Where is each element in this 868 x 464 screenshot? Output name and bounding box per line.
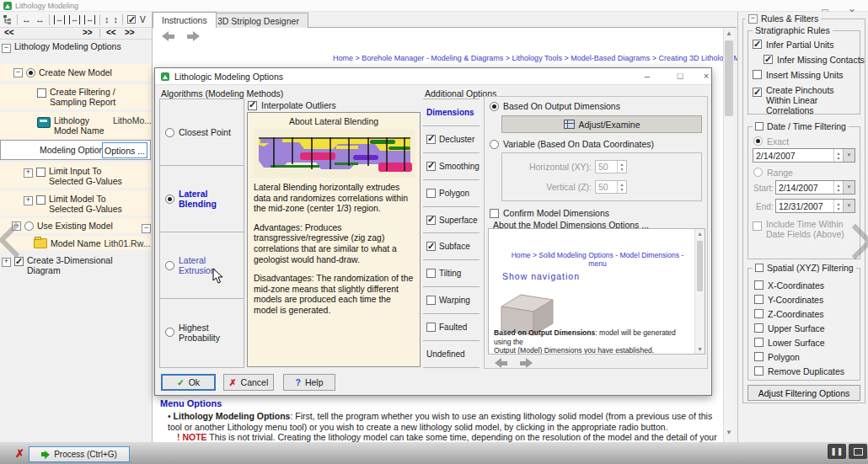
x-coordinates-row[interactable]: X-Coordinates xyxy=(754,280,824,291)
closest-point-radio[interactable] xyxy=(165,128,174,137)
tilting-checkbox[interactable] xyxy=(426,269,436,278)
spatial-filtering-checkbox[interactable] xyxy=(755,264,764,272)
warping-checkbox[interactable] xyxy=(426,296,436,305)
ok-button[interactable]: ✓ Ok xyxy=(161,374,216,391)
z-coordinates-row[interactable]: Z-Coordinates xyxy=(754,309,824,319)
create-3d-checkbox[interactable] xyxy=(14,257,24,266)
infer-partial-checkbox[interactable] xyxy=(753,40,762,49)
create-filtering-checkbox[interactable] xyxy=(37,88,46,98)
pause-icon[interactable]: ❚❚ xyxy=(828,444,846,459)
collapse-icon[interactable] xyxy=(13,68,23,77)
expand-icon[interactable] xyxy=(2,258,11,267)
prev-page-button[interactable]: << xyxy=(106,28,116,37)
infer-partial-units-row[interactable]: Infer Partial Units xyxy=(753,40,834,50)
faulted-checkbox[interactable] xyxy=(426,323,436,332)
variable-radio[interactable] xyxy=(490,140,499,149)
tree-node-create-3d[interactable]: Create 3-Dimensional Diagram xyxy=(0,253,152,278)
interpolate-outliers-row[interactable]: Interpolate Outliers xyxy=(248,100,336,110)
shrink-height-icon[interactable]: ↕ xyxy=(114,15,119,24)
cancel-process-icon[interactable]: ✗ xyxy=(15,447,24,460)
confirm-dimensions-checkbox[interactable] xyxy=(490,209,499,218)
spinner-icon[interactable]: ▲▼ xyxy=(833,200,843,212)
polygon-filter-checkbox[interactable] xyxy=(754,352,764,361)
range-radio[interactable] xyxy=(753,168,763,177)
stretch-columns-icon[interactable]: ↔ xyxy=(84,15,95,24)
x-coordinates-checkbox[interactable] xyxy=(754,280,764,290)
modeling-options-button[interactable]: Options ... xyxy=(102,142,147,158)
pinchouts-checkbox[interactable] xyxy=(753,88,762,97)
expand-height-icon[interactable]: ↕ xyxy=(104,15,110,24)
algorithm-closest-point[interactable]: Closest Point xyxy=(160,99,244,166)
tab-tilting[interactable]: Tilting xyxy=(423,260,480,287)
create-pinchouts-row[interactable]: Create Pinchouts Within Linear Correlati… xyxy=(753,85,858,115)
use-existing-radio[interactable] xyxy=(24,221,34,231)
scroll-up-icon[interactable]: ▲ xyxy=(724,29,734,39)
y-coordinates-row[interactable]: Y-Coordinates xyxy=(754,295,823,305)
superface-checkbox[interactable] xyxy=(426,216,436,225)
process-button[interactable]: Process (Ctrl+G) xyxy=(29,446,130,462)
expand-all-button[interactable]: >> xyxy=(83,28,93,37)
exact-radio-row[interactable]: Exact xyxy=(753,136,789,147)
tab-striplog-designer[interactable]: 3D Striplog Designer xyxy=(208,13,308,28)
based-on-output-row[interactable]: Based On Output Dimensions xyxy=(490,101,620,111)
model-name-value[interactable]: LithoMo... xyxy=(113,115,152,125)
dialog-maximize-button[interactable]: □ xyxy=(672,71,689,81)
tab-decluster[interactable]: Decluster xyxy=(423,126,480,153)
back-arrow-icon[interactable] xyxy=(162,31,174,41)
tab-polygon[interactable]: Polygon xyxy=(423,180,480,207)
existing-model-value[interactable]: Lith01.Rw... xyxy=(104,238,151,248)
expand-icon[interactable] xyxy=(24,168,33,178)
lower-surface-checkbox[interactable] xyxy=(754,338,764,347)
calendar-dropdown-icon[interactable]: ▼ xyxy=(843,181,855,194)
infer-missing-checkbox[interactable] xyxy=(764,55,773,64)
tab-instructions[interactable]: Instructions xyxy=(153,12,217,28)
visible-checkbox[interactable] xyxy=(127,15,136,24)
spinner-icon[interactable]: ▲▼ xyxy=(833,149,843,162)
adjust-filtering-button[interactable]: Adjust Filtering Options xyxy=(747,385,860,401)
tree-node-create-new-model[interactable]: Create New Model xyxy=(0,64,152,81)
smoothing-checkbox[interactable] xyxy=(426,162,436,171)
expand-width-icon[interactable]: ↔ xyxy=(22,15,31,24)
scrollbar-thumb[interactable] xyxy=(725,40,733,116)
tree-node-lithology-model-name[interactable]: Lithology Model Name LithoMo... xyxy=(0,112,152,139)
include-time-checkbox[interactable] xyxy=(753,221,762,231)
polygon-checkbox[interactable] xyxy=(426,189,436,198)
remove-duplicates-row[interactable]: Remove Duplicates xyxy=(754,366,844,376)
help-back-arrow-icon[interactable] xyxy=(495,358,507,368)
exact-date-input[interactable]: 2/14/2007 ▲▼ ▼ xyxy=(753,148,855,163)
algorithm-lateral-extrusion[interactable]: Lateral Extrusion xyxy=(160,232,244,299)
z-coordinates-checkbox[interactable] xyxy=(754,309,764,318)
insert-missing-checkbox[interactable] xyxy=(753,70,762,79)
limit-model-checkbox[interactable] xyxy=(36,195,46,205)
sidebar-collapse-icon[interactable] xyxy=(142,224,151,233)
spinner-icon[interactable]: ▲▼ xyxy=(833,181,843,194)
lateral-blending-radio[interactable] xyxy=(165,195,174,204)
tree-node-create-filtering[interactable]: Create Filtering / Sampling Report xyxy=(0,84,152,109)
fit-columns-icon[interactable]: ↔ xyxy=(54,15,65,24)
show-navigation-link[interactable]: Show navigation xyxy=(502,271,580,281)
infer-missing-contacts-row[interactable]: Infer Missing Contacts xyxy=(764,55,865,65)
tree-view-icon[interactable] xyxy=(3,14,13,24)
lateral-extrusion-radio[interactable] xyxy=(165,261,174,270)
horizontal-spinner[interactable]: 50 ▲▼ xyxy=(595,160,627,173)
range-radio-row[interactable]: Range xyxy=(753,168,793,178)
spinner-icon[interactable]: ▲▼ xyxy=(617,181,626,193)
end-date-input[interactable]: 12/31/2007 ▲▼ ▼ xyxy=(775,199,855,213)
collapse-all-button[interactable]: << xyxy=(4,28,14,37)
interpolate-outliers-checkbox[interactable] xyxy=(248,101,257,110)
based-on-output-radio[interactable] xyxy=(490,102,499,111)
next-page-button[interactable]: >> xyxy=(125,28,135,37)
tree-node-root[interactable]: Lithology Modeling Options xyxy=(0,40,152,62)
tab-superface[interactable]: Superface xyxy=(423,207,480,234)
algorithm-lateral-blending[interactable]: Lateral Blending xyxy=(160,166,244,232)
vertical-spinner[interactable]: 50 ▲▼ xyxy=(595,180,627,194)
exact-radio[interactable] xyxy=(753,136,763,146)
collapse-icon[interactable] xyxy=(2,44,11,53)
tree-node-modeling-options[interactable]: Modeling Options Options ... xyxy=(0,140,151,160)
group-collapse-icon[interactable] xyxy=(748,14,758,24)
limit-input-checkbox[interactable] xyxy=(36,168,46,177)
scroll-up-icon[interactable]: ▲ xyxy=(697,231,703,237)
tree-node-limit-model[interactable]: Limit Model To Selected G-Values xyxy=(0,190,152,216)
create-new-model-radio[interactable] xyxy=(26,68,35,77)
y-coordinates-checkbox[interactable] xyxy=(754,295,764,304)
